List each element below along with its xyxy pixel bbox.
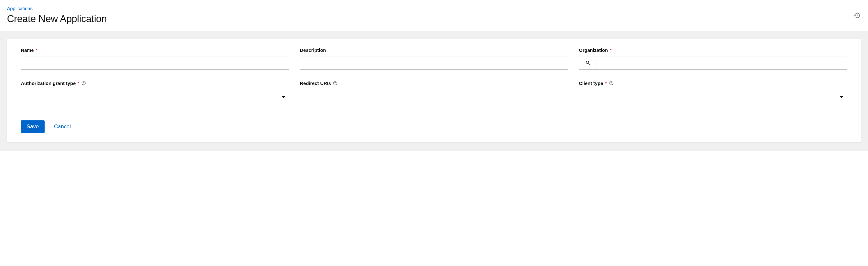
redirect-uris-label-text: Redirect URIs bbox=[300, 80, 331, 86]
search-icon bbox=[585, 60, 591, 67]
auth-grant-type-select-wrap bbox=[21, 90, 289, 104]
client-type-select[interactable] bbox=[579, 90, 847, 103]
organization-label: Organization * bbox=[579, 47, 847, 53]
description-label-text: Description bbox=[300, 47, 326, 53]
name-label-text: Name bbox=[21, 47, 34, 53]
svg-point-3 bbox=[335, 84, 336, 85]
form-row-1: Name * Description Organization * bbox=[21, 47, 847, 70]
form-group-auth-grant-type: Authorization grant type * bbox=[21, 80, 289, 104]
auth-grant-type-label: Authorization grant type * bbox=[21, 80, 289, 86]
button-row: Save Cancel bbox=[21, 120, 847, 133]
organization-label-text: Organization bbox=[579, 47, 608, 53]
page-header: Applications Create New Application bbox=[0, 0, 868, 31]
form-group-description: Description bbox=[300, 47, 568, 70]
svg-point-1 bbox=[84, 84, 84, 85]
form-row-2: Authorization grant type * Redirect URIs bbox=[21, 80, 847, 104]
redirect-uris-label: Redirect URIs bbox=[300, 80, 568, 86]
required-asterisk: * bbox=[36, 47, 38, 53]
description-input[interactable] bbox=[300, 57, 568, 70]
cancel-button[interactable]: Cancel bbox=[54, 124, 71, 130]
required-asterisk: * bbox=[610, 47, 612, 53]
breadcrumb-applications-link[interactable]: Applications bbox=[7, 6, 33, 11]
form-card: Name * Description Organization * bbox=[7, 39, 861, 142]
name-label: Name * bbox=[21, 47, 289, 53]
required-asterisk: * bbox=[605, 80, 607, 86]
save-button[interactable]: Save bbox=[21, 120, 44, 133]
redirect-uris-input[interactable] bbox=[300, 90, 568, 103]
description-label: Description bbox=[300, 47, 568, 53]
svg-point-5 bbox=[611, 84, 612, 85]
help-icon[interactable] bbox=[81, 81, 86, 86]
client-type-select-wrap bbox=[579, 90, 847, 104]
name-input[interactable] bbox=[21, 57, 289, 70]
organization-search-button[interactable] bbox=[579, 57, 597, 69]
organization-search-wrap bbox=[579, 57, 847, 70]
help-icon[interactable] bbox=[609, 81, 614, 86]
required-asterisk: * bbox=[78, 80, 80, 86]
client-type-label: Client type * bbox=[579, 80, 847, 86]
help-icon[interactable] bbox=[333, 81, 338, 86]
content-area: Name * Description Organization * bbox=[0, 31, 868, 151]
form-group-name: Name * bbox=[21, 47, 289, 70]
form-group-redirect-uris: Redirect URIs bbox=[300, 80, 568, 104]
page-title: Create New Application bbox=[7, 13, 861, 25]
auth-grant-type-select[interactable] bbox=[21, 90, 289, 103]
history-icon[interactable] bbox=[854, 12, 860, 20]
organization-input[interactable] bbox=[597, 57, 847, 69]
auth-grant-type-label-text: Authorization grant type bbox=[21, 80, 75, 86]
form-group-client-type: Client type * bbox=[579, 80, 847, 104]
form-group-organization: Organization * bbox=[579, 47, 847, 70]
client-type-label-text: Client type bbox=[579, 80, 603, 86]
